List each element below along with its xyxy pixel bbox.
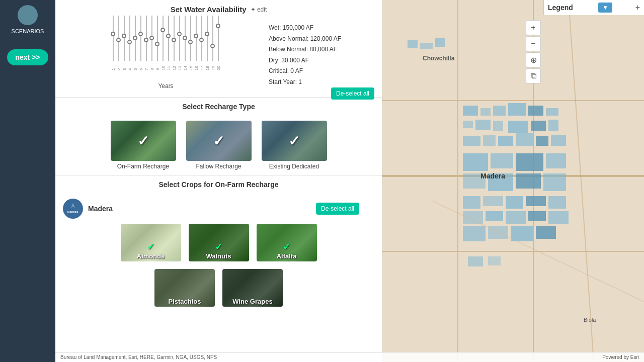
recharge-type-fallow[interactable]: ✓ Fallow Recharge — [186, 121, 252, 170]
fallow-label: Fallow Recharge — [196, 163, 241, 170]
crop-wine-grapes[interactable]: Wine Grapes — [222, 269, 283, 307]
sidebar: SCENARIOS next >> — [0, 0, 55, 362]
next-button[interactable]: next >> — [7, 49, 48, 65]
years-label: Years — [68, 82, 264, 89]
crops-deselect-all-button[interactable]: De-select all — [316, 203, 359, 215]
crop-alfalfa[interactable]: Alfalfa ✓ — [257, 224, 317, 261]
locate-button[interactable]: ⊕ — [526, 52, 541, 67]
walnuts-check: ✓ — [215, 241, 222, 252]
map-canvas[interactable]: Chowchilla Madera Biola — [382, 0, 644, 362]
slider-col-20[interactable]: 20 — [216, 16, 221, 70]
svg-rect-49 — [488, 256, 501, 265]
crop-almonds[interactable]: Almonds ✓ — [121, 224, 181, 261]
region-row: MADERA Madera De-select all — [63, 199, 374, 219]
recharge-type-existing[interactable]: ✓ Existing Dedicated — [262, 121, 327, 170]
recharge-deselect-all-button[interactable]: De-select all — [331, 87, 374, 100]
svg-rect-38 — [548, 196, 566, 209]
svg-rect-42 — [528, 211, 546, 221]
svg-rect-12 — [528, 106, 543, 116]
slider-col-17[interactable]: 17 — [200, 16, 204, 70]
slider-col-15[interactable]: 15 — [189, 16, 193, 70]
slider-col-7[interactable]: 7 — [144, 16, 149, 70]
slider-col-12[interactable]: 12 — [172, 16, 177, 70]
slider-col-11[interactable]: 11 — [167, 16, 171, 70]
alfalfa-image: Alfalfa ✓ — [257, 224, 317, 261]
recharge-section-title: Select Recharge Type — [182, 103, 255, 111]
slider-col-10[interactable]: 10 — [161, 16, 166, 70]
on-farm-label: On-Farm Recharge — [117, 163, 169, 170]
crop-walnuts[interactable]: Walnuts ✓ — [189, 224, 249, 261]
svg-text:MADERA: MADERA — [67, 211, 78, 214]
svg-rect-20 — [463, 136, 480, 146]
svg-rect-25 — [551, 135, 566, 146]
slider-col-2[interactable]: 2 — [117, 16, 121, 70]
crop-pistachios[interactable]: Pistachios — [154, 269, 215, 307]
recharge-type-section: Select Recharge Type De-select all ✓ On-… — [55, 98, 382, 175]
svg-rect-39 — [463, 211, 483, 224]
svg-rect-52 — [435, 38, 445, 47]
svg-text:Biola: Biola — [584, 317, 596, 323]
water-section-title: Set Water Availability — [171, 5, 247, 14]
legend-dropdown[interactable]: ▼ — [598, 3, 612, 13]
svg-rect-18 — [531, 121, 546, 131]
map-area: Chowchilla Madera Biola Legend ▼ + + − ⊕… — [382, 0, 644, 362]
stat-start-year: Start Year: 1 — [269, 77, 369, 88]
almonds-check: ✓ — [147, 241, 154, 252]
fallow-image: ✓ — [186, 121, 252, 161]
pistachios-label: Pistachios — [154, 296, 215, 307]
layers-button[interactable]: ⧉ — [526, 68, 541, 83]
svg-rect-28 — [516, 153, 543, 171]
zoom-out-button[interactable]: − — [526, 36, 541, 51]
legend-panel: Legend ▼ + — [543, 0, 644, 15]
svg-rect-51 — [420, 43, 433, 49]
svg-rect-8 — [463, 106, 478, 116]
walnuts-label: Walnuts — [189, 251, 249, 261]
slider-col-16[interactable]: 16 — [194, 16, 199, 70]
crops-header-row: Select Crops for On-Farm Recharge — [63, 180, 374, 194]
svg-rect-41 — [506, 211, 526, 224]
water-layout: 1 2 3 4 5 6 — [63, 18, 374, 92]
stat-critical: Critical: 0 AF — [269, 66, 369, 77]
slider-col-4[interactable]: 4 — [128, 16, 132, 70]
recharge-header-row: Select Recharge Type De-select all — [63, 103, 374, 116]
wine-grapes-image: Wine Grapes — [222, 269, 283, 307]
existing-check: ✓ — [288, 133, 300, 149]
slider-col-19[interactable]: 19 — [211, 16, 215, 70]
svg-rect-22 — [498, 136, 513, 146]
main-panel: Set Water Availability ✦ edit 1 2 3 — [55, 0, 382, 362]
svg-rect-32 — [516, 173, 541, 189]
wine-grapes-label: Wine Grapes — [222, 296, 283, 307]
recharge-type-on-farm[interactable]: ✓ On-Farm Recharge — [111, 121, 176, 170]
svg-rect-43 — [548, 211, 569, 224]
region-logo: MADERA — [63, 199, 83, 219]
svg-rect-36 — [506, 196, 523, 209]
svg-rect-24 — [536, 136, 548, 146]
crops-row-2: Pistachios Wine Grapes — [63, 269, 374, 307]
avatar — [18, 5, 38, 25]
svg-rect-15 — [475, 120, 491, 130]
zoom-in-button[interactable]: + — [526, 20, 541, 35]
edit-button[interactable]: ✦ edit — [251, 6, 267, 13]
slider-col-13[interactable]: 13 — [178, 16, 182, 70]
svg-rect-46 — [511, 226, 533, 241]
slider-col-3[interactable]: 3 — [122, 16, 127, 70]
svg-rect-16 — [493, 121, 503, 131]
on-farm-check: ✓ — [137, 133, 149, 149]
almonds-label: Almonds — [121, 251, 181, 261]
slider-col-14[interactable]: 14 — [183, 16, 188, 70]
svg-rect-11 — [508, 103, 526, 116]
legend-plus-icon[interactable]: + — [635, 3, 640, 12]
recharge-types-container: ✓ On-Farm Recharge ✓ Fallow Recharge ✓ E… — [63, 121, 374, 170]
slider-col-9[interactable]: 9 — [155, 16, 160, 70]
slider-col-1[interactable]: 1 — [111, 16, 116, 70]
svg-rect-27 — [491, 153, 513, 168]
svg-rect-50 — [408, 40, 418, 48]
stat-above-normal: Above Normal: 120,000 AF — [269, 34, 369, 45]
svg-rect-40 — [486, 211, 503, 221]
slider-col-18[interactable]: 18 — [205, 16, 210, 70]
sliders-section: 1 2 3 4 5 6 — [68, 20, 264, 89]
water-availability-section: Set Water Availability ✦ edit 1 2 3 — [55, 0, 382, 98]
slider-col-6[interactable]: 6 — [139, 16, 143, 70]
slider-col-5[interactable]: 5 — [133, 16, 138, 70]
slider-col-8[interactable]: 8 — [150, 16, 154, 70]
